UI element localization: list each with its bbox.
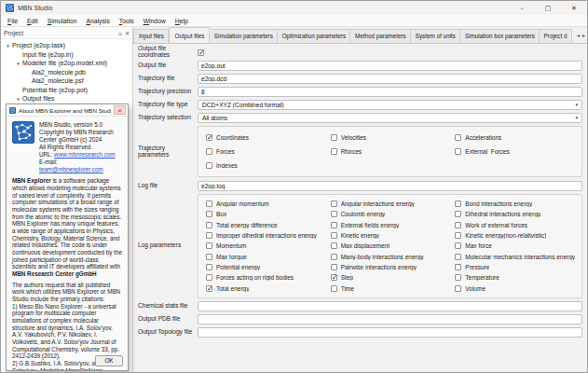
expander-icon[interactable]: ▾ [4, 43, 12, 48]
checkbox-item[interactable]: Kinetic energy [331, 230, 456, 241]
checkbox-item[interactable]: Improper dihedral interactions energy [206, 230, 331, 241]
checkbox[interactable] [455, 254, 461, 260]
checkbox-item[interactable]: Forces [206, 145, 331, 159]
checkbox[interactable] [206, 148, 212, 155]
output-file-coordinates-checkbox[interactable]: ✓ [198, 49, 204, 56]
checkbox[interactable] [331, 254, 337, 260]
checkbox-item[interactable]: Indexes [206, 159, 331, 173]
tab-optimization-parameters[interactable]: Optimization parameters [278, 29, 350, 43]
checkbox[interactable] [206, 264, 212, 270]
checkbox[interactable]: ✓ [331, 274, 337, 281]
checkbox-item[interactable]: Potential energy [206, 262, 331, 272]
menu-window[interactable]: Window [139, 18, 171, 24]
menu-help[interactable]: Help [171, 18, 193, 24]
checkbox-item[interactable]: Angular momentum [206, 199, 331, 209]
log-file-input[interactable] [198, 181, 582, 191]
checkbox-item[interactable]: ✓Step [331, 272, 456, 283]
tab-system-of-units[interactable]: System of units [411, 29, 460, 43]
checkbox[interactable] [331, 285, 337, 292]
tree-item-molecule-pdb[interactable]: Ala2_molecule.pdb [1, 68, 132, 77]
checkbox-item[interactable]: Pressure [455, 262, 580, 272]
checkbox-item[interactable]: ✓Coordinates [206, 131, 331, 145]
checkbox-item[interactable]: External fields energy [331, 220, 456, 230]
menu-simulation[interactable]: Simulation [43, 18, 82, 24]
tab-output-files[interactable]: Output files [169, 27, 209, 44]
checkbox-item[interactable]: Rforces [331, 145, 456, 159]
checkbox[interactable] [206, 200, 212, 207]
checkbox[interactable] [206, 274, 212, 281]
panel-float-icon[interactable]: ▫ [118, 30, 122, 36]
output-file-input[interactable] [198, 61, 582, 71]
checkbox-item[interactable]: Max displacement [331, 241, 456, 251]
tree-item-molecule-psf[interactable]: Ala2_molecule.psf [1, 76, 132, 86]
menu-file[interactable]: File [3, 18, 22, 24]
checkbox[interactable] [206, 211, 212, 217]
tab-input-files[interactable]: Input files [133, 29, 169, 43]
checkbox[interactable] [331, 242, 337, 249]
tree-item-output-files[interactable]: ▾ Output files [1, 94, 132, 104]
checkbox[interactable] [331, 211, 337, 217]
chemical-stats-file-input[interactable] [198, 301, 582, 311]
checkbox[interactable] [455, 242, 461, 249]
checkbox[interactable] [331, 222, 337, 228]
checkbox-item[interactable]: Velocities [331, 131, 456, 145]
checkbox-item[interactable]: Coulomb energy [331, 209, 456, 219]
maximize-button[interactable]: □ [535, 1, 561, 15]
close-button[interactable]: ✕ [561, 1, 587, 15]
minimize-button[interactable]: – [509, 1, 535, 15]
tab-scroll-right-icon[interactable]: ▸ [582, 32, 585, 38]
tab-scroll-left-icon[interactable]: ◂ [577, 32, 580, 38]
tab-project-details[interactable]: Project d [540, 29, 572, 43]
checkbox-item[interactable]: ✓Total energy [206, 283, 331, 293]
checkbox[interactable] [206, 254, 212, 260]
trajectory-file-type-select[interactable]: DCD+XYZ (Combined format) ▾ [198, 100, 582, 110]
checkbox[interactable] [206, 222, 212, 228]
url-link[interactable]: www.mbnresearch.com [54, 151, 115, 158]
tree-item-potential-file[interactable]: Potential file (e2op.pot) [1, 86, 132, 95]
checkbox[interactable] [455, 134, 461, 141]
tree-item-modeller-file[interactable]: ▾ Modeller file (e2op.model.xml) [1, 59, 132, 68]
checkbox-item[interactable]: Max torque [206, 251, 331, 261]
checkbox[interactable] [206, 162, 212, 169]
checkbox-item[interactable]: Temperature [455, 272, 580, 283]
checkbox-item[interactable]: Kinetic energy(non-relativistic) [455, 230, 580, 241]
panel-close-icon[interactable]: ✕ [125, 30, 130, 36]
checkbox-item[interactable]: Angular interactions energy [331, 199, 456, 209]
checkbox-item[interactable]: Total energy difference [206, 220, 331, 230]
checkbox-item[interactable]: Pairwise interactions energy [331, 262, 456, 272]
dialog-close-icon[interactable]: ✕ [114, 105, 126, 115]
ok-button[interactable]: OK [95, 355, 123, 366]
checkbox[interactable]: ✓ [206, 134, 212, 141]
checkbox[interactable] [331, 134, 337, 141]
checkbox-item[interactable]: Time [331, 283, 456, 293]
checkbox-item[interactable]: Accelerations [455, 131, 580, 145]
checkbox-item[interactable]: Many-body interactions energy [331, 251, 456, 261]
checkbox[interactable] [455, 232, 461, 239]
checkbox[interactable] [206, 232, 212, 239]
menu-analysis[interactable]: Analysis [81, 18, 114, 24]
checkbox[interactable] [206, 242, 212, 249]
checkbox-item[interactable]: Volume [455, 283, 580, 293]
tab-simulation-parameters[interactable]: Simulation parameters [210, 29, 278, 43]
checkbox[interactable] [455, 222, 461, 228]
checkbox-item[interactable]: Work of external forces [455, 220, 580, 230]
checkbox[interactable] [455, 285, 461, 292]
email-link[interactable]: team@mbnexplorer.com [39, 166, 103, 173]
checkbox-item[interactable]: Max force [455, 241, 580, 251]
checkbox-item[interactable]: Molecular mechanics interactions energy [455, 251, 580, 261]
checkbox[interactable] [455, 200, 461, 207]
checkbox[interactable] [331, 264, 337, 270]
checkbox[interactable] [331, 232, 337, 239]
checkbox[interactable] [455, 211, 461, 217]
tree-item-project[interactable]: ▾ Project (e2op.task) [1, 41, 132, 50]
checkbox-item[interactable]: Momentum [206, 241, 331, 251]
checkbox-item[interactable]: Forces acting on rigid bodies [206, 272, 331, 283]
output-topology-file-input[interactable] [198, 327, 582, 338]
menu-edit[interactable]: Edit [22, 18, 43, 24]
trajectory-file-input[interactable] [198, 74, 582, 84]
trajectory-precision-input[interactable] [198, 87, 582, 97]
checkbox[interactable] [455, 274, 461, 281]
expander-icon[interactable]: ▾ [14, 96, 22, 102]
output-pdb-file-input[interactable] [198, 314, 582, 325]
expander-icon[interactable]: ▾ [14, 61, 22, 66]
